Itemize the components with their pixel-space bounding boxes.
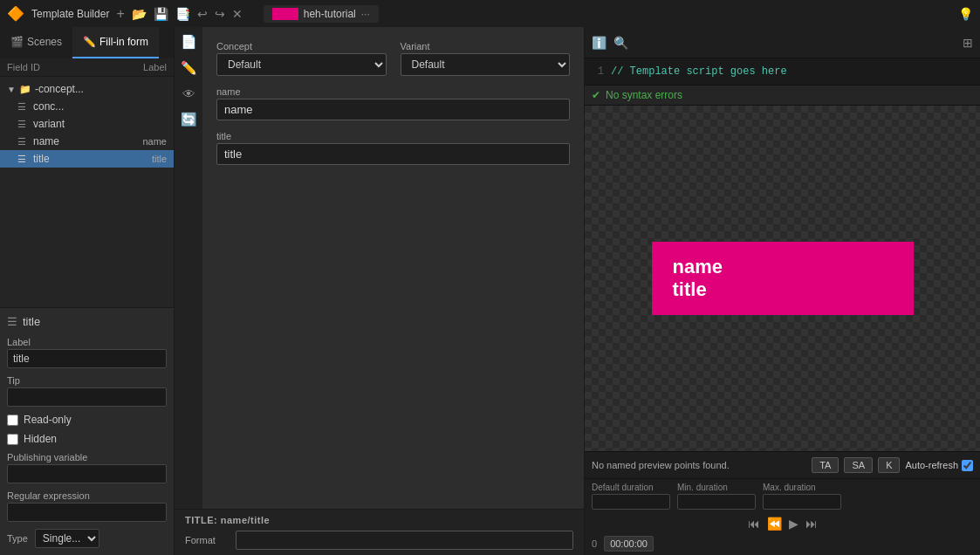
tab-scenes[interactable]: 🎬 Scenes — [0, 27, 72, 58]
tip-input[interactable] — [7, 387, 167, 407]
variant-group: Variant Default — [401, 41, 571, 76]
name-form-row: name — [216, 86, 570, 120]
tab-name[interactable]: heh-tutorial — [304, 8, 356, 20]
tab-fill-in-form[interactable]: ✏️ Fill-in form — [72, 27, 159, 58]
format-input[interactable] — [236, 531, 573, 550]
readonly-label: Read-only — [24, 414, 72, 426]
variant-select[interactable]: Default — [401, 53, 571, 76]
preview-name-text: name — [673, 256, 893, 278]
redo-button[interactable]: ↪ — [215, 7, 225, 21]
field-editor: ☰ title Label Tip Read-only Hidden Publi… — [0, 307, 174, 555]
auto-refresh-checkbox[interactable] — [962, 460, 973, 471]
name-input[interactable] — [216, 99, 570, 120]
play-button[interactable]: ▶ — [789, 517, 798, 531]
code-editor: 1 // Template script goes here — [585, 58, 980, 86]
type-select[interactable]: Single... — [35, 529, 99, 548]
form-area: Concept Default Variant Default name — [202, 27, 584, 509]
expand-icon: ▼ — [7, 85, 16, 94]
tree-field-id-header: Field ID — [7, 62, 136, 72]
document-icon[interactable]: 📄 — [181, 34, 197, 50]
publishing-var-label: Publishing variable — [7, 452, 167, 462]
hidden-label: Hidden — [24, 433, 57, 445]
save-button[interactable]: 💾 — [154, 7, 168, 21]
max-duration-input[interactable] — [763, 494, 841, 510]
open-button[interactable]: 📂 — [132, 7, 147, 21]
tab-group: heh-tutorial ··· — [264, 5, 379, 23]
search-icon[interactable]: 🔍 — [613, 36, 628, 50]
skip-to-end-button[interactable]: ⏭ — [805, 517, 818, 531]
hidden-checkbox[interactable] — [7, 434, 18, 445]
app-title: Template Builder — [31, 8, 109, 20]
edit-icon[interactable]: ✏️ — [181, 60, 197, 76]
preview-title-text: title — [673, 278, 893, 301]
title-form-label: title — [216, 131, 570, 141]
doc-icon-variant: ☰ — [17, 119, 26, 130]
tree-item-conc[interactable]: ☰ conc... — [0, 98, 174, 115]
check-icon: ✔ — [592, 89, 600, 101]
variant-label: Variant — [401, 41, 571, 51]
tab-scenes-label: Scenes — [27, 36, 62, 48]
eye-icon[interactable]: 👁 — [182, 86, 195, 101]
save-as-button[interactable]: 📑 — [175, 7, 190, 21]
regex-input[interactable] — [7, 503, 167, 522]
doc-icon-title: ☰ — [17, 154, 26, 165]
tab-indicator — [272, 8, 298, 20]
tree-root-label: -concept... — [35, 83, 167, 95]
tree: ▼ 📁 -concept... ☰ conc... ☰ variant ☰ na… — [0, 77, 174, 307]
position-label: 0 — [592, 538, 597, 549]
preview-points-bar: No named preview points found. TA SA K A… — [585, 452, 980, 479]
tip-field-label: Tip — [7, 375, 167, 386]
type-label: Type — [7, 533, 28, 544]
tree-item-name[interactable]: ☰ name name — [0, 133, 174, 150]
tree-title-label: title — [33, 153, 148, 165]
label-field-label: Label — [7, 337, 167, 347]
skip-to-start-button[interactable]: ⏮ — [748, 517, 760, 531]
new-tab-button[interactable]: + — [116, 6, 124, 22]
tree-root-item[interactable]: ▼ 📁 -concept... — [0, 80, 174, 98]
tree-item-variant[interactable]: ☰ variant — [0, 115, 174, 133]
tree-conc-label: conc... — [33, 100, 167, 113]
app-icon: 🔶 — [7, 5, 24, 22]
folder-icon: 📁 — [19, 84, 31, 95]
code-line[interactable]: // Template script goes here — [611, 65, 787, 78]
step-back-button[interactable]: ⏪ — [767, 517, 782, 531]
scenes-icon: 🎬 — [10, 36, 24, 48]
preview-btn-sa[interactable]: SA — [844, 457, 873, 473]
duration-row: Default duration Min. duration Max. dura… — [585, 479, 980, 513]
format-row: Format — [185, 531, 573, 550]
info-icon[interactable]: ℹ️ — [592, 36, 607, 50]
min-duration-input[interactable] — [677, 494, 756, 510]
publishing-var-input[interactable] — [7, 464, 167, 483]
auto-refresh-control: Auto-refresh — [905, 460, 973, 471]
undo-button[interactable]: ↩ — [197, 7, 208, 21]
label-input[interactable] — [7, 349, 167, 368]
field-editor-lines-icon: ☰ — [7, 315, 17, 328]
max-duration-group: Max. duration — [763, 483, 841, 510]
format-label: Format — [185, 535, 229, 545]
tree-item-title[interactable]: ☰ title title — [0, 150, 174, 168]
default-duration-input[interactable] — [592, 494, 670, 510]
syntax-status-text: No syntax errors — [606, 89, 682, 101]
min-duration-group: Min. duration — [677, 483, 756, 510]
doc-icon-name: ☰ — [17, 136, 26, 147]
preview-btn-k[interactable]: K — [878, 457, 900, 473]
refresh-icon[interactable]: 🔄 — [181, 112, 197, 127]
expand-window-icon[interactable]: ⊞ — [963, 36, 973, 50]
playback-controls: ⏮ ⏪ ▶ ⏭ — [585, 513, 980, 534]
title-form-row: title — [216, 131, 570, 165]
titlebar: 🔶 Template Builder + 📂 💾 📑 ↩ ↪ ✕ heh-tut… — [0, 0, 980, 27]
concept-select[interactable]: Default — [216, 53, 387, 76]
line-number: 1 — [585, 65, 611, 78]
doc-icon: ☰ — [17, 101, 26, 113]
close-button[interactable]: ✕ — [232, 7, 243, 21]
help-icon[interactable]: 💡 — [958, 7, 973, 21]
preview-area: name title — [585, 106, 980, 451]
form-bottom: TITLE: name/title Format — [175, 509, 584, 555]
preview-btn-ta[interactable]: TA — [812, 457, 839, 473]
tab-menu-dots[interactable]: ··· — [361, 8, 370, 20]
syntax-status: ✔ No syntax errors — [585, 86, 980, 106]
readonly-checkbox[interactable] — [7, 415, 18, 426]
no-preview-points-text: No named preview points found. — [592, 460, 730, 470]
auto-refresh-label: Auto-refresh — [905, 460, 958, 470]
title-input[interactable] — [216, 143, 570, 165]
